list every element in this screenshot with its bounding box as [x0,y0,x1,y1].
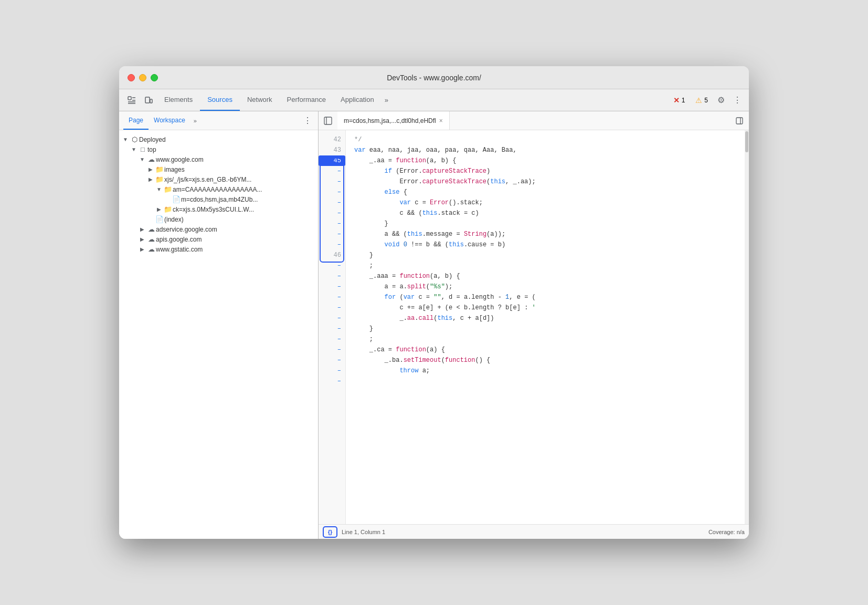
sidebar-tabs: Page Workspace » ⋮ [119,111,318,130]
sidebar-tab-more[interactable]: » [190,118,200,124]
tree-arrow: ▶ [155,206,163,212]
maximize-button[interactable] [151,74,158,81]
tree-label: am=CAAAAAAAAAAAAAAAA... [173,186,262,193]
cube-icon: ⬡ [130,135,139,143]
line-num[interactable]: 42 [319,134,345,145]
list-item[interactable]: ▶ 📁 ck=xjs.s.0Mx5ys3sCUI.L.W... [119,204,318,214]
code-line: a = a.split("%s"); [354,281,745,292]
line-num[interactable]: – [319,302,345,313]
line-num[interactable]: – [319,271,345,281]
code-line: Error.captureStackTrace(this, _.aa); [354,176,745,187]
code-line: } [354,324,745,334]
line-num[interactable]: – [319,345,345,355]
code-content: 42 43 45 – – – – – – – – 46 – – – – – [319,130,749,524]
tree-label: (index) [164,216,184,223]
code-line: var c = Error().stack; [354,197,745,208]
cloud-icon: ☁ [146,245,156,253]
code-line: _.aaa = function(a, b) { [354,271,745,281]
line-num[interactable]: – [319,366,345,376]
list-item[interactable]: ▶ ☁ apis.google.com [119,234,318,244]
line-num[interactable]: – [319,292,345,302]
tab-more-button[interactable]: » [382,89,391,111]
list-item[interactable]: ▼ □ top [119,144,318,154]
tree-arrow: ▶ [146,166,155,172]
code-tab-filename: m=cdos,hsm,jsa,...c,dtl0hd,eHDfl [344,117,436,124]
cloud-icon: ☁ [146,235,156,243]
line-num[interactable]: – [319,260,345,271]
warn-badge[interactable]: ⚠ 5 [691,95,712,106]
line-num[interactable]: 46 [319,250,345,260]
list-item[interactable]: ▼ ⬡ Deployed [119,134,318,144]
line-numbers: 42 43 45 – – – – – – – – 46 – – – – – [319,130,346,524]
code-tab-active[interactable]: m=cdos,hsm,jsa,...c,dtl0hd,eHDfl × [337,111,450,130]
list-item[interactable]: ▶ ☁ adservice.google.com [119,224,318,234]
line-num[interactable]: – [319,208,345,218]
tab-application[interactable]: Application [333,89,382,111]
code-line: c += a[e] + (e < b.length ? b[e] : ' [354,302,745,313]
sidebar: Page Workspace » ⋮ ▼ ⬡ Deployed [119,111,319,539]
code-line: else { [354,187,745,197]
line-num[interactable]: – [319,324,345,334]
list-item[interactable]: 📄 (index) [119,214,318,224]
format-button[interactable]: {} [323,526,337,538]
code-line: */ [354,134,745,145]
code-line: ; [354,260,745,271]
close-tab-button[interactable]: × [439,117,443,124]
line-num[interactable]: – [319,176,345,187]
line-num[interactable]: – [319,313,345,324]
list-item[interactable]: ▶ ☁ www.gstatic.com [119,244,318,254]
line-num[interactable]: – [319,229,345,239]
scrollbar[interactable] [745,130,749,524]
list-item[interactable]: ▼ 📁 am=CAAAAAAAAAAAAAAAA... [119,184,318,194]
tab-elements[interactable]: Elements [157,89,200,111]
code-editor[interactable]: */ var eaa, naa, jaa, oaa, paa, qaa, Aaa… [346,130,745,524]
settings-icon[interactable]: ⚙ [714,95,728,105]
window-title: DevTools - www.google.com/ [387,74,481,82]
line-num[interactable]: – [319,355,345,366]
file-icon: 📄 [155,215,164,223]
devtools-tabs-bar: Elements Sources Network Performance App… [119,89,749,111]
error-icon: ✕ [673,96,680,105]
sidebar-tab-workspace[interactable]: Workspace [149,111,190,130]
line-num[interactable]: – [319,218,345,229]
inspect-element-icon[interactable] [123,89,140,111]
list-item[interactable]: ▶ 📁 xjs/_/js/k=xjs.s.en_GB.-b6YM... [119,174,318,184]
line-num[interactable]: – [319,376,345,387]
list-item[interactable]: ▶ 📁 images [119,164,318,174]
minimize-button[interactable] [139,74,146,81]
line-num[interactable]: – [319,281,345,292]
tab-performance[interactable]: Performance [280,89,333,111]
sidebar-toggle-icon[interactable] [730,117,749,124]
line-num[interactable]: – [319,334,345,345]
folder-icon: 📁 [155,175,164,183]
svg-rect-2 [150,99,152,103]
tree-label: apis.google.com [156,236,202,243]
tab-sources[interactable]: Sources [200,89,240,111]
sidebar-tab-page[interactable]: Page [123,111,149,130]
line-num[interactable]: – [319,239,345,250]
panel-collapse-icon[interactable] [319,117,337,125]
more-options-icon[interactable]: ⋮ [730,95,745,105]
tree-label: adservice.google.com [156,226,217,233]
close-button[interactable] [128,74,135,81]
device-toggle-icon[interactable] [140,89,157,111]
tree-label: www.gstatic.com [156,246,203,253]
line-num[interactable]: 43 [319,145,345,155]
line-num[interactable]: – [319,187,345,197]
scroll-thumb[interactable] [745,131,748,152]
sidebar-menu-icon[interactable]: ⋮ [301,116,314,126]
line-num-current[interactable]: 45 [319,155,345,166]
code-panel: m=cdos,hsm,jsa,...c,dtl0hd,eHDfl × 42 43… [319,111,749,539]
list-item[interactable]: ▼ ☁ www.google.com [119,154,318,164]
list-item[interactable]: 📄 m=cdos,hsm,jsa,mb4ZUb... [119,194,318,204]
code-line: _.aa = function(a, b) { [354,155,745,166]
svg-rect-5 [736,118,743,124]
tab-network[interactable]: Network [240,89,280,111]
code-line: _.ca = function(a) { [354,345,745,355]
code-line: _.ba.setTimeout(function() { [354,355,745,366]
devtools-body: Page Workspace » ⋮ ▼ ⬡ Deployed [119,111,749,539]
line-num[interactable]: – [319,166,345,176]
line-num[interactable]: – [319,197,345,208]
error-badge[interactable]: ✕ 1 [669,95,690,106]
coverage-status: Coverage: n/a [708,529,745,535]
